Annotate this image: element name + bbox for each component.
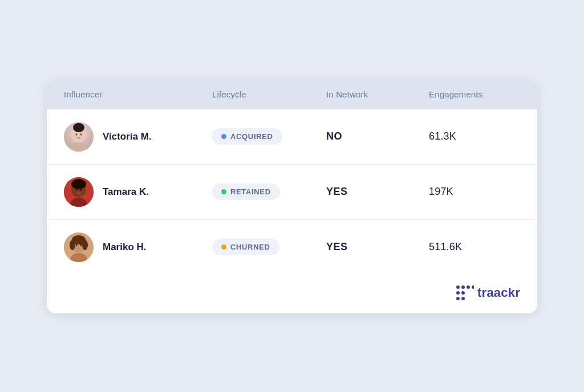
lifecycle-dot-tamara	[221, 189, 226, 194]
lifecycle-badge-mariko: CHURNED	[212, 239, 279, 255]
table-header: Influencer Lifecycle In Network Engageme…	[47, 79, 537, 109]
svg-point-8	[71, 179, 86, 189]
table-row: Tamara K. RETAINED YES 197K	[47, 165, 537, 220]
svg-point-2	[75, 123, 83, 131]
in-network-mariko: YES	[326, 241, 429, 253]
lifecycle-label-victoria: ACQUIRED	[230, 132, 273, 141]
avatar-tamara	[64, 177, 94, 207]
lifecycle-cell-mariko: CHURNED	[212, 239, 326, 255]
svg-point-5	[80, 133, 82, 135]
svg-point-24	[456, 291, 460, 295]
lifecycle-cell-victoria: ACQUIRED	[212, 128, 326, 145]
influencer-cell-victoria: Victoria M.	[64, 122, 212, 152]
avatar-victoria	[64, 122, 94, 152]
lifecycle-label-tamara: RETAINED	[230, 187, 271, 196]
header-influencer: Influencer	[64, 89, 212, 99]
in-network-tamara: YES	[326, 186, 429, 198]
engagements-mariko: 511.6K	[429, 241, 520, 253]
svg-point-19	[80, 244, 82, 246]
svg-point-11	[80, 189, 82, 190]
header-engagements: Engagements	[429, 89, 520, 99]
table-body: Victoria M. ACQUIRED NO 61.3K	[47, 109, 537, 275]
svg-point-22	[467, 285, 470, 289]
lifecycle-cell-tamara: RETAINED	[212, 183, 326, 200]
svg-point-15	[70, 240, 75, 250]
influencer-name-mariko: Mariko H.	[103, 242, 147, 253]
lifecycle-label-mariko: CHURNED	[230, 243, 270, 251]
svg-point-18	[76, 244, 78, 246]
lifecycle-badge-tamara: RETAINED	[212, 183, 280, 200]
engagements-victoria: 61.3K	[429, 130, 520, 142]
lifecycle-badge-victoria: ACQUIRED	[212, 128, 282, 145]
brand-icon	[456, 285, 474, 301]
table-row: Victoria M. ACQUIRED NO 61.3K	[47, 109, 537, 165]
footer: traackr	[47, 275, 537, 313]
svg-point-27	[461, 297, 465, 300]
svg-point-25	[461, 291, 465, 295]
brand-name: traackr	[477, 285, 520, 300]
svg-point-20	[456, 285, 460, 289]
avatar-mariko	[64, 232, 94, 262]
svg-point-23	[472, 285, 474, 289]
influencer-name-victoria: Victoria M.	[103, 131, 152, 142]
svg-point-26	[456, 297, 460, 300]
lifecycle-dot-victoria	[221, 134, 226, 139]
influencer-name-tamara: Tamara K.	[103, 186, 149, 198]
svg-point-10	[76, 189, 78, 190]
svg-point-4	[76, 133, 78, 135]
svg-point-21	[461, 285, 465, 289]
brand-logo: traackr	[456, 285, 520, 301]
svg-point-16	[82, 240, 88, 250]
header-in-network: In Network	[326, 89, 429, 99]
engagements-tamara: 197K	[429, 186, 520, 198]
lifecycle-dot-mariko	[221, 244, 226, 250]
table-row: Mariko H. CHURNED YES 511.6K	[47, 220, 537, 275]
main-card: Influencer Lifecycle In Network Engageme…	[47, 79, 537, 313]
header-lifecycle: Lifecycle	[212, 89, 326, 99]
influencer-cell-mariko: Mariko H.	[64, 232, 212, 262]
influencer-cell-tamara: Tamara K.	[64, 177, 212, 207]
in-network-victoria: NO	[326, 130, 429, 142]
svg-point-3	[71, 142, 87, 152]
